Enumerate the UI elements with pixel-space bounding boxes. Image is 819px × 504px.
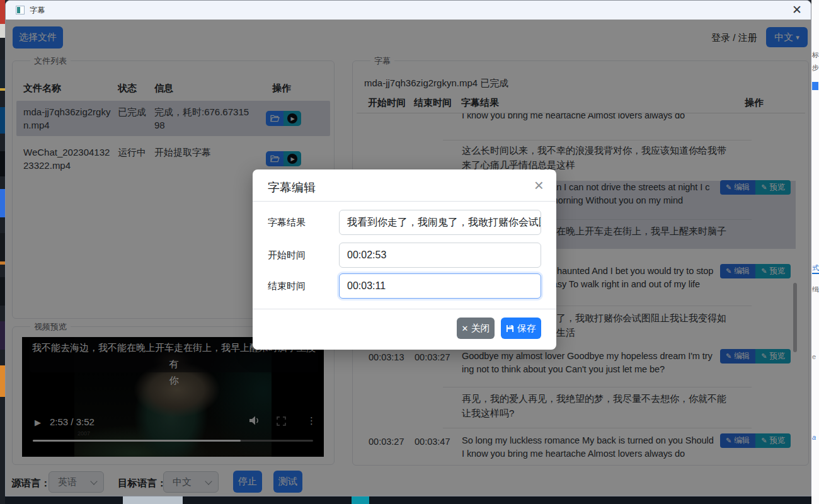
close-label: 关闭: [471, 323, 490, 335]
modal-footer-divider: [253, 309, 556, 309]
window-titlebar: 字幕 ✕: [6, 1, 811, 20]
background-taskbar-edge: [5, 496, 811, 504]
background-text: 标: [812, 50, 819, 60]
desktop-icon-sliver: [0, 321, 5, 350]
background-window-sliver: [352, 496, 369, 504]
end-time-input[interactable]: 00:03:11: [339, 273, 541, 299]
desktop-icon-sliver: [0, 151, 5, 176]
window-content: 选择文件 登录 / 注册 中文 ▾ 文件列表 文件名称 状态 信息 操作 mda…: [6, 20, 811, 496]
desktop-icon-sliver: [0, 233, 5, 265]
desktop-icon-sliver: [0, 0, 5, 24]
result-input[interactable]: 我看到你走了，我闹鬼了，我敢打赌你会试图阻止我: [339, 210, 541, 235]
save-label: 保存: [517, 323, 536, 335]
end-time-field-label: 结束时间: [268, 280, 306, 292]
app-icon: [16, 6, 25, 14]
desktop-icon-sliver: [0, 277, 5, 306]
background-window-sliver: [123, 496, 183, 504]
modal-close-button[interactable]: ✕ 关闭: [457, 318, 495, 339]
window-close-icon[interactable]: ✕: [792, 2, 802, 18]
modal-close-icon[interactable]: ×: [534, 176, 544, 195]
background-link-block: [812, 82, 818, 90]
save-icon: [506, 324, 514, 333]
desktop-icon-sliver: [0, 189, 5, 217]
background-window-edge: 标 步 式 缉 e a: [811, 0, 819, 504]
result-field-label: 字幕结果: [268, 217, 306, 229]
window-title: 字幕: [30, 5, 45, 16]
background-text: 缉: [812, 285, 819, 294]
background-text: 式: [812, 263, 819, 274]
app-window: 字幕 ✕ 选择文件 登录 / 注册 中文 ▾ 文件列表 文件名称 状态 信息 操…: [5, 0, 811, 496]
background-text: 步: [812, 63, 819, 72]
background-text: e: [812, 353, 816, 360]
x-icon: ✕: [462, 324, 469, 333]
background-text: a: [812, 433, 816, 441]
desktop-edge: [0, 0, 5, 504]
desktop-icon-sliver: [0, 24, 5, 38]
modal-header-divider: [253, 201, 556, 202]
subtitle-edit-modal: 字幕编辑 × 字幕结果 我看到你走了，我闹鬼了，我敢打赌你会试图阻止我 开始时间…: [253, 169, 556, 350]
modal-save-button[interactable]: 保存: [501, 318, 541, 339]
start-time-field-label: 开始时间: [268, 249, 306, 261]
desktop-icon-sliver: [0, 60, 5, 91]
desktop-icon-sliver: [0, 107, 5, 134]
modal-title: 字幕编辑: [268, 180, 316, 196]
start-time-input[interactable]: 00:02:53: [339, 243, 541, 268]
screen: 标 步 式 缉 e a 字幕 ✕ 选择文件 登录 / 注册 中文 ▾: [0, 0, 819, 504]
desktop-icon-sliver: [0, 365, 5, 397]
